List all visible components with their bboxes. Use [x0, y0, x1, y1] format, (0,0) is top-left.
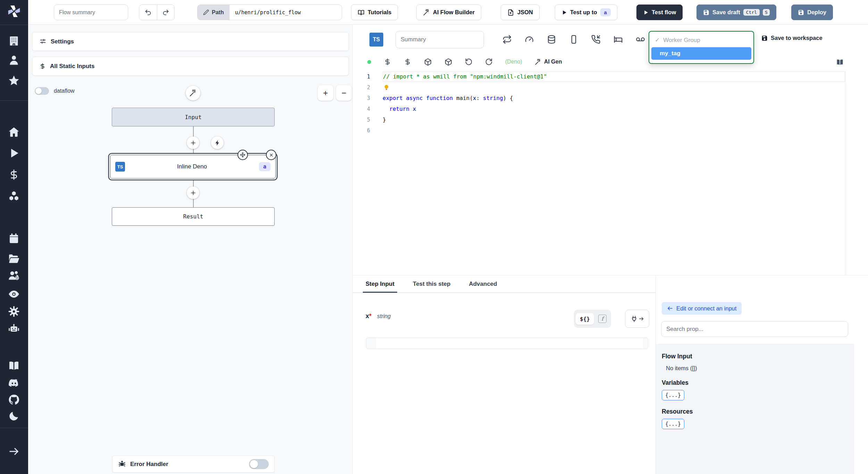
gauge-icon[interactable]: [525, 35, 534, 44]
insert-step-button plus-icon[interactable]: [187, 186, 199, 199]
delete-step-button close-icon[interactable]: [266, 150, 276, 160]
bug-icon: [118, 460, 126, 468]
package-icon[interactable]: [424, 58, 432, 66]
variables-object-chip[interactable]: {...}: [662, 390, 684, 400]
move-step-button move-icon[interactable]: [237, 150, 248, 160]
search-prop-input[interactable]: [661, 321, 848, 337]
repeat-icon[interactable]: [502, 35, 512, 44]
sidebar-item-favorites star-icon[interactable]: [8, 75, 20, 86]
sidebar-item-dark-mode moon-icon[interactable]: [8, 410, 20, 422]
ai-flow-builder-button[interactable]: AI Flow Builder: [416, 5, 481, 20]
empty-text: No items ([]): [666, 365, 854, 372]
library-book-icon[interactable]: [836, 58, 844, 66]
windmill-logo-icon[interactable]: [6, 3, 22, 19]
code-line[interactable]: 1// import * as wmill from "npm:windmill…: [353, 71, 868, 82]
sidebar-expand arrow-right-icon[interactable]: [8, 446, 20, 457]
sidebar-item-home home-icon[interactable]: [8, 126, 20, 138]
template-mode-toggle[interactable]: ${}: [576, 313, 594, 325]
bed-icon[interactable]: [614, 35, 623, 44]
json-button[interactable]: JSON: [501, 5, 540, 20]
sidebar-item-ai robot-icon[interactable]: [8, 323, 20, 335]
code-line[interactable]: 3export async function main(x: string) {: [353, 93, 868, 103]
sidebar-item-schedules calendar-icon[interactable]: [8, 233, 20, 244]
all-static-inputs-row[interactable]: All Static Inputs: [32, 57, 349, 76]
arg-value-input[interactable]: [366, 338, 648, 349]
sidebar-item-folders folder-open-icon[interactable]: [8, 253, 20, 265]
add-trigger-button zap-icon[interactable]: [211, 136, 224, 149]
sidebar-item-discord discord-icon[interactable]: [8, 377, 20, 389]
step-summary-input[interactable]: [395, 31, 484, 48]
path-group[interactable]: Path u/henri/prolific_flow: [197, 5, 342, 20]
mobile-icon[interactable]: [569, 35, 578, 44]
prop-picker: Flow Input No items ([]) Variables {...}…: [656, 344, 854, 474]
deno-hint-label: (Deno): [505, 59, 522, 65]
deploy-button[interactable]: Deploy: [791, 5, 833, 20]
zoom-in-button[interactable]: +: [318, 85, 333, 101]
sidebar-item-github github-icon[interactable]: [8, 394, 20, 406]
code-line[interactable]: 2: [353, 82, 868, 93]
code-line[interactable]: 5}: [353, 114, 868, 125]
sidebar-item-runs play-icon[interactable]: [8, 147, 20, 159]
connect-input-button[interactable]: [625, 310, 649, 328]
node-result[interactable]: Result: [112, 207, 275, 226]
ai-step-wand-button[interactable]: [186, 86, 200, 100]
sidebar-item-resources boxes-icon[interactable]: [8, 190, 20, 202]
worker-group-dropdown: ✓ Worker Group my_tag: [649, 31, 754, 64]
worker-group-option-my-tag[interactable]: my_tag: [651, 47, 751, 60]
pencil-icon: [203, 9, 209, 15]
error-handler-row[interactable]: Error Handler: [112, 456, 275, 473]
error-handler-toggle[interactable]: [249, 459, 269, 469]
sidebar-item-user user-icon[interactable]: [8, 54, 20, 66]
worker-group-header: ✓ Worker Group: [651, 34, 751, 47]
editor-actions-toolbar: (Deno) AI Gen: [367, 56, 562, 67]
sidebar-item-workspace building-icon[interactable]: [8, 35, 20, 47]
tutorials-button[interactable]: Tutorials: [351, 5, 398, 20]
code-editor[interactable]: 1// import * as wmill from "npm:windmill…: [353, 71, 868, 275]
tab-step-input[interactable]: Step Input: [366, 275, 394, 292]
section-title: Resources: [662, 408, 854, 415]
phone-incoming-icon[interactable]: [591, 35, 601, 44]
sidebar-item-audit eye-icon[interactable]: [8, 288, 20, 300]
zoom-out-button[interactable]: −: [336, 85, 352, 101]
resources-dollar-icon[interactable]: [404, 58, 411, 66]
edit-or-connect-chip[interactable]: Edit or connect an input: [662, 302, 742, 315]
dataflow-toggle[interactable]: [35, 87, 49, 95]
step-type-toolbar: [502, 35, 645, 44]
code-line[interactable]: 4 return x: [353, 103, 868, 114]
flow-settings-row[interactable]: Settings: [32, 32, 349, 51]
step-id-badge: a: [600, 8, 611, 16]
tab-advanced[interactable]: Advanced: [469, 275, 497, 292]
resources-object-chip[interactable]: {...}: [662, 419, 684, 429]
test-flow-button[interactable]: Test flow: [636, 5, 683, 20]
tab-test-this-step[interactable]: Test this step: [413, 275, 450, 292]
code-line[interactable]: 6: [353, 125, 868, 136]
save-to-workspace-button[interactable]: Save to workspace: [761, 35, 823, 41]
ai-gen-button[interactable]: AI Gen: [535, 59, 562, 65]
package-icon[interactable]: [444, 58, 452, 66]
reset-rotate-ccw-icon[interactable]: [465, 58, 473, 66]
line-number: 5: [353, 117, 370, 123]
voicemail-icon[interactable]: [636, 35, 645, 44]
save-icon: [761, 35, 768, 41]
line-content: return x: [383, 104, 845, 114]
redo-button[interactable]: [157, 5, 175, 20]
insert-step-button plus-icon[interactable]: [187, 136, 199, 149]
test-up-to-button[interactable]: Test up to a: [555, 5, 617, 20]
lightbulb-icon[interactable]: [383, 84, 390, 91]
save-draft-button[interactable]: Save draft Ctrl S: [696, 5, 776, 20]
sidebar-item-docs book-icon[interactable]: [8, 360, 20, 372]
sidebar-item-variables dollar-icon[interactable]: [8, 169, 20, 181]
fn-mode-toggle[interactable]: f: [598, 315, 607, 323]
play-icon: [643, 10, 649, 15]
arg-type: string: [377, 313, 391, 319]
flow-summary-input[interactable]: [54, 5, 128, 20]
node-input[interactable]: Input: [112, 108, 275, 126]
save-icon: [703, 9, 709, 16]
database-icon[interactable]: [547, 35, 556, 44]
variables-dollar-icon[interactable]: [384, 58, 391, 66]
node-inline-deno[interactable]: TS Inline Deno a: [110, 155, 276, 178]
sidebar-item-settings gear-icon[interactable]: [8, 306, 20, 317]
sidebar-item-groups users-gear-icon[interactable]: [8, 269, 20, 281]
undo-button[interactable]: [139, 5, 157, 20]
reload-refresh-icon[interactable]: [485, 58, 493, 66]
